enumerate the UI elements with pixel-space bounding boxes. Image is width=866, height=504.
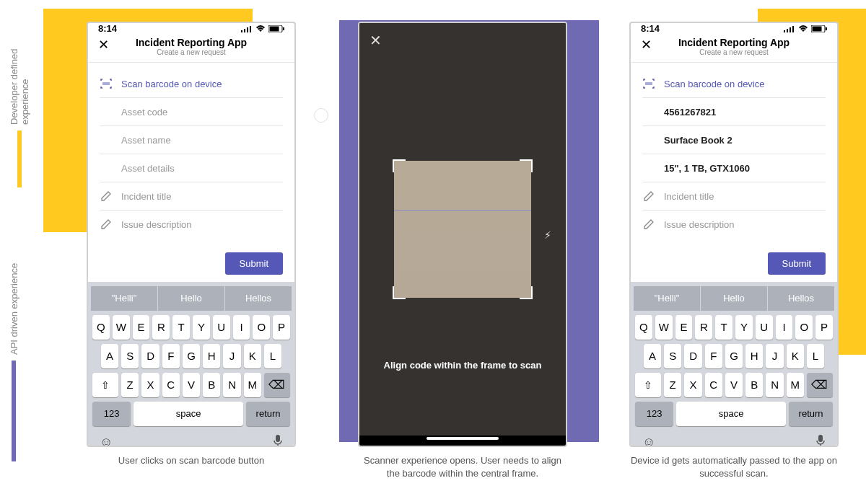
key-c[interactable]: C [162, 373, 180, 397]
shift-key[interactable]: ⇧ [92, 373, 118, 397]
key-h[interactable]: H [203, 344, 220, 368]
key-l[interactable]: L [807, 344, 824, 368]
key-k[interactable]: K [244, 344, 261, 368]
key-u[interactable]: U [213, 315, 230, 340]
key-j[interactable]: J [766, 344, 783, 368]
key-x[interactable]: X [684, 373, 701, 397]
key-r[interactable]: R [152, 315, 170, 340]
key-n[interactable]: N [223, 373, 240, 397]
submit-button[interactable]: Submit [225, 252, 283, 275]
key-q[interactable]: Q [635, 315, 652, 340]
key-b[interactable]: B [203, 373, 220, 397]
key-v[interactable]: V [725, 373, 743, 397]
incident-title-field[interactable]: Incident title [100, 182, 283, 211]
close-icon[interactable]: ✕ [98, 37, 109, 53]
incident-title-placeholder: Incident title [121, 191, 171, 202]
key-u[interactable]: U [756, 315, 773, 340]
shift-key[interactable]: ⇧ [635, 373, 661, 397]
key-b[interactable]: B [745, 373, 763, 397]
app-header: ✕ Incident Reporting App Create a new re… [631, 34, 837, 63]
return-key[interactable]: return [246, 402, 290, 426]
phone-before-scan: 8:14 ✕ Incident Reporting App Create a n… [87, 22, 296, 447]
key-n[interactable]: N [766, 373, 783, 397]
incident-title-field[interactable]: Incident title [642, 182, 826, 211]
return-key[interactable]: return [789, 402, 833, 426]
fn-key[interactable]: 123 [635, 402, 673, 426]
key-l[interactable]: L [264, 344, 281, 368]
key-g[interactable]: G [725, 344, 743, 368]
asset-name-field[interactable]: Surface Book 2 [642, 126, 826, 154]
key-z[interactable]: Z [121, 373, 139, 397]
key-y[interactable]: Y [193, 315, 210, 340]
scan-barcode-button[interactable]: Scan barcode on device [100, 70, 283, 98]
asset-name-field[interactable]: Asset name [100, 126, 283, 154]
key-r[interactable]: R [695, 315, 712, 340]
delete-key[interactable]: ⌫ [264, 373, 290, 397]
asset-code-field[interactable]: 4561267821 [642, 98, 826, 126]
close-icon[interactable]: ✕ [369, 32, 382, 49]
space-key[interactable]: space [676, 402, 786, 426]
suggestion-3[interactable]: Hellos [768, 286, 834, 311]
key-p[interactable]: P [273, 315, 290, 340]
key-y[interactable]: Y [735, 315, 753, 340]
submit-button[interactable]: Submit [768, 252, 826, 275]
svg-rect-11 [792, 26, 794, 32]
suggestion-1[interactable]: "Helli" [634, 286, 701, 311]
key-o[interactable]: O [253, 315, 270, 340]
key-k[interactable]: K [787, 344, 804, 368]
key-q[interactable]: Q [92, 315, 110, 340]
suggestion-2[interactable]: Hello [701, 286, 768, 311]
key-e[interactable]: E [675, 315, 693, 340]
flash-icon[interactable]: ⚡︎ [544, 229, 551, 241]
form-area: Scan barcode on device 4561267821 Surfac… [631, 63, 837, 245]
key-x[interactable]: X [141, 373, 159, 397]
key-m[interactable]: M [244, 373, 261, 397]
key-a[interactable]: A [644, 344, 661, 368]
key-d[interactable]: D [684, 344, 701, 368]
app-subtitle: Create a new request [88, 48, 294, 56]
key-d[interactable]: D [141, 344, 159, 368]
key-o[interactable]: O [795, 315, 813, 340]
svg-rect-2 [247, 27, 248, 32]
key-s[interactable]: S [664, 344, 681, 368]
suggestion-1[interactable]: "Helli" [91, 286, 158, 311]
key-j[interactable]: J [223, 344, 240, 368]
key-t[interactable]: T [172, 315, 190, 340]
scan-barcode-button[interactable]: Scan barcode on device [642, 70, 826, 98]
key-p[interactable]: P [815, 315, 833, 340]
key-t[interactable]: T [715, 315, 732, 340]
key-w[interactable]: W [113, 315, 130, 340]
key-g[interactable]: G [183, 344, 200, 368]
asset-code-field[interactable]: Asset code [100, 98, 283, 126]
issue-desc-field[interactable]: Issue description [642, 211, 826, 238]
key-e[interactable]: E [133, 315, 150, 340]
key-i[interactable]: I [233, 315, 250, 340]
asset-details-field[interactable]: 15", 1 TB, GTX1060 [642, 154, 826, 182]
key-z[interactable]: Z [664, 373, 681, 397]
emoji-icon[interactable]: ☺ [642, 435, 655, 447]
suggestion-3[interactable]: Hellos [225, 286, 292, 311]
key-m[interactable]: M [787, 373, 804, 397]
key-h[interactable]: H [745, 344, 763, 368]
key-f[interactable]: F [705, 344, 722, 368]
key-s[interactable]: S [121, 344, 139, 368]
emoji-icon[interactable]: ☺ [100, 435, 113, 447]
suggestion-2[interactable]: Hello [158, 286, 225, 311]
mic-icon[interactable] [273, 435, 283, 447]
home-indicator[interactable] [427, 437, 499, 440]
fn-key[interactable]: 123 [92, 402, 131, 426]
close-icon[interactable]: ✕ [641, 37, 652, 53]
key-w[interactable]: W [655, 315, 673, 340]
key-c[interactable]: C [705, 373, 722, 397]
space-key[interactable]: space [134, 402, 243, 426]
key-i[interactable]: I [776, 315, 793, 340]
key-v[interactable]: V [183, 373, 200, 397]
issue-desc-field[interactable]: Issue description [100, 211, 283, 238]
mic-icon[interactable] [815, 435, 826, 447]
delete-key[interactable]: ⌫ [807, 373, 833, 397]
suggestions: "Helli" Hello Hellos [91, 286, 292, 311]
key-f[interactable]: F [162, 344, 180, 368]
key-a[interactable]: A [101, 344, 118, 368]
asset-details-field[interactable]: Asset details [100, 154, 283, 182]
spacer [642, 133, 655, 146]
